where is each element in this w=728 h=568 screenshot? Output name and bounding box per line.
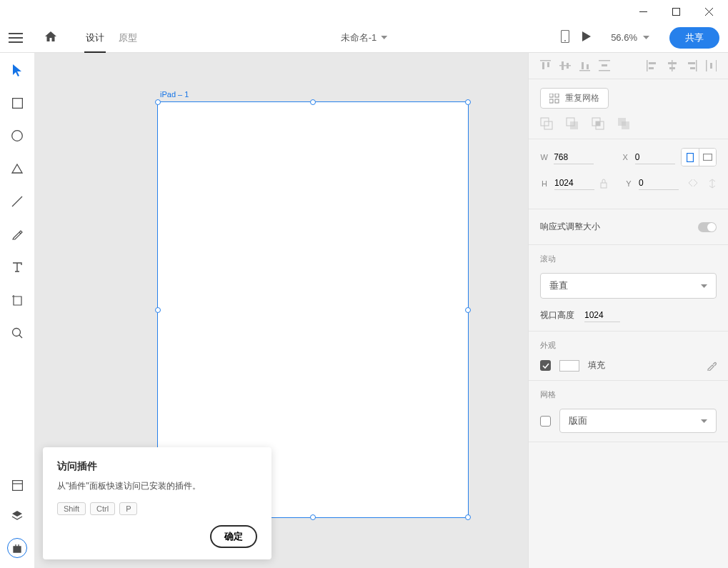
menu-button[interactable] xyxy=(9,33,23,43)
align-hcenter-icon[interactable] xyxy=(667,60,677,71)
kbd-key: Shift xyxy=(57,502,86,515)
pen-tool[interactable] xyxy=(10,227,24,241)
window-maximize-button[interactable] xyxy=(659,0,692,23)
repeat-grid-button[interactable]: 重复网格 xyxy=(540,88,609,109)
window-titlebar xyxy=(0,0,728,23)
x-label: X xyxy=(621,153,629,161)
rectangle-tool[interactable] xyxy=(10,96,24,110)
boolean-subtract-icon[interactable] xyxy=(566,117,579,130)
resize-handle[interactable] xyxy=(465,514,471,520)
flip-vertical-icon[interactable] xyxy=(708,179,717,189)
document-title-dropdown[interactable]: 未命名-1 xyxy=(341,31,388,44)
select-tool[interactable] xyxy=(10,63,24,77)
chevron-down-icon xyxy=(381,36,387,39)
svg-rect-45 xyxy=(687,153,693,161)
grid-title: 网格 xyxy=(540,389,717,400)
flip-horizontal-icon[interactable] xyxy=(688,179,698,187)
lock-aspect-icon[interactable] xyxy=(600,179,607,189)
svg-rect-30 xyxy=(716,60,717,71)
boolean-exclude-icon[interactable] xyxy=(617,117,630,130)
properties-panel: 重复网格 W X H Y xyxy=(528,53,728,568)
tooltip-ok-button[interactable]: 确定 xyxy=(210,525,257,548)
window-close-button[interactable] xyxy=(692,0,725,23)
fill-checkbox[interactable] xyxy=(540,360,551,371)
svg-rect-46 xyxy=(703,154,712,161)
assets-panel-button[interactable] xyxy=(10,478,24,492)
zoom-dropdown[interactable]: 56.6% xyxy=(604,29,657,46)
artboard-tool[interactable] xyxy=(10,293,24,307)
svg-rect-9 xyxy=(542,62,544,69)
scroll-title: 滚动 xyxy=(540,254,717,264)
repeat-grid-label: 重复网格 xyxy=(565,92,599,104)
height-input[interactable] xyxy=(554,176,594,190)
resize-handle[interactable] xyxy=(155,99,161,105)
resize-handle[interactable] xyxy=(155,307,161,313)
layers-panel-button[interactable] xyxy=(10,508,24,522)
repeat-grid-section: 重复网格 xyxy=(529,79,728,139)
align-right-icon[interactable] xyxy=(686,60,697,71)
eyedropper-icon[interactable] xyxy=(707,361,717,371)
width-input[interactable] xyxy=(554,151,594,164)
orientation-portrait-button[interactable] xyxy=(682,149,699,166)
tab-design[interactable]: 设计 xyxy=(79,23,111,53)
svg-rect-1 xyxy=(672,8,679,15)
svg-rect-11 xyxy=(559,65,570,66)
svg-rect-17 xyxy=(599,60,609,61)
align-bottom-icon[interactable] xyxy=(579,60,590,71)
align-top-icon[interactable] xyxy=(540,60,551,71)
resize-handle[interactable] xyxy=(310,514,316,520)
chevron-down-icon xyxy=(643,36,649,39)
viewport-height-input[interactable] xyxy=(584,309,620,322)
resize-handle[interactable] xyxy=(310,99,316,105)
tab-prototype[interactable]: 原型 xyxy=(111,23,144,53)
responsive-toggle[interactable] xyxy=(698,222,717,232)
svg-rect-35 xyxy=(555,99,559,103)
svg-rect-31 xyxy=(710,63,712,69)
line-tool[interactable] xyxy=(10,194,24,209)
align-left-icon[interactable] xyxy=(647,60,657,71)
svg-rect-15 xyxy=(582,62,584,69)
boolean-intersect-icon[interactable] xyxy=(592,117,604,130)
svg-rect-23 xyxy=(672,60,673,71)
svg-rect-16 xyxy=(587,64,589,69)
chevron-down-icon xyxy=(701,284,707,288)
text-tool[interactable] xyxy=(10,260,24,274)
zoom-tool[interactable] xyxy=(10,326,24,340)
svg-rect-20 xyxy=(647,60,648,71)
align-vcenter-icon[interactable] xyxy=(559,60,570,71)
window-minimize-button[interactable] xyxy=(627,0,659,23)
x-input[interactable] xyxy=(635,151,675,164)
document-title-text: 未命名-1 xyxy=(341,31,377,44)
artboard-label[interactable]: iPad – 1 xyxy=(160,90,189,99)
svg-point-6 xyxy=(13,329,21,337)
scroll-select[interactable]: 垂直 xyxy=(540,273,717,299)
grid-section: 网格 版面 xyxy=(529,381,728,442)
play-button[interactable] xyxy=(582,31,591,44)
svg-rect-0 xyxy=(639,11,647,12)
svg-rect-47 xyxy=(601,183,607,188)
plugins-panel-button[interactable] xyxy=(7,538,27,558)
grid-select[interactable]: 版面 xyxy=(559,409,717,433)
resize-handle[interactable] xyxy=(465,307,471,313)
polygon-tool[interactable] xyxy=(10,161,24,176)
left-toolbar-bottom xyxy=(0,478,34,558)
share-button[interactable]: 共享 xyxy=(669,27,719,49)
svg-rect-29 xyxy=(706,60,707,71)
boolean-add-icon[interactable] xyxy=(540,117,553,130)
device-preview-button[interactable] xyxy=(561,30,569,46)
home-button[interactable] xyxy=(44,31,57,45)
svg-rect-28 xyxy=(690,67,695,69)
svg-rect-10 xyxy=(547,62,549,67)
ellipse-tool[interactable] xyxy=(10,129,24,143)
svg-rect-19 xyxy=(602,64,607,66)
resize-handle[interactable] xyxy=(465,99,471,105)
coach-tooltip: 访问插件 从"插件"面板快速访问已安装的插件。 Shift Ctrl P 确定 xyxy=(43,447,271,559)
grid-checkbox[interactable] xyxy=(540,416,551,427)
distribute-h-icon[interactable] xyxy=(706,60,717,71)
svg-rect-21 xyxy=(649,62,656,64)
fill-color-swatch[interactable] xyxy=(559,360,579,372)
distribute-v-icon[interactable] xyxy=(599,60,609,71)
y-input[interactable] xyxy=(639,176,679,190)
orientation-landscape-button[interactable] xyxy=(699,149,716,166)
svg-rect-24 xyxy=(668,62,677,64)
